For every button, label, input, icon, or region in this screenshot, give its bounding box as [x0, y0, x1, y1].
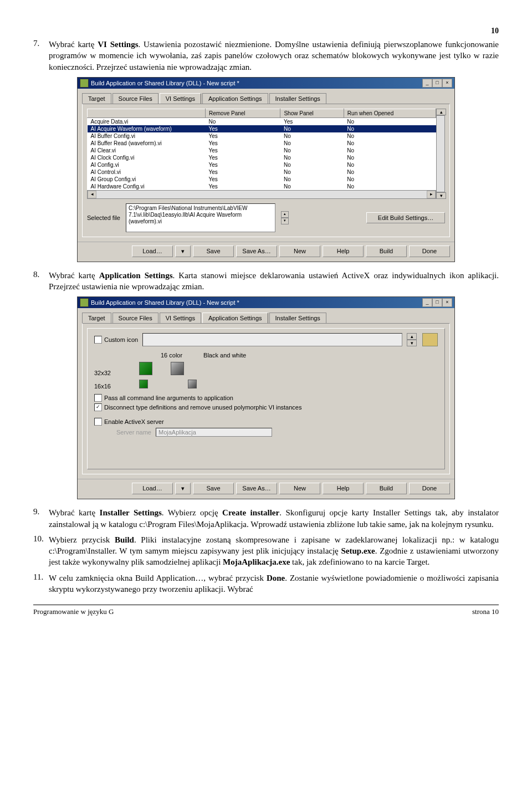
new-button[interactable]: New: [279, 245, 320, 257]
t: . Wybierz opcję: [162, 508, 222, 517]
cmdline-checkbox[interactable]: Pass all command line arguments to appli…: [94, 394, 438, 402]
table-cell: Acquire Data.vi: [88, 117, 206, 125]
table-cell: Yes: [206, 154, 280, 161]
build-button[interactable]: Build: [366, 245, 407, 257]
custom-icon-checkbox[interactable]: Custom icon: [94, 336, 138, 344]
tab-installer-settings[interactable]: Installer Settings: [269, 313, 326, 323]
table-row[interactable]: AI Config.viYesNoNo: [88, 161, 436, 168]
tab-target[interactable]: Target: [82, 313, 111, 323]
load-dropdown-button[interactable]: ▾: [175, 483, 191, 494]
build-button[interactable]: Build: [366, 483, 407, 494]
title-bar: Build Application or Shared Library (DLL…: [78, 297, 454, 308]
col-bw: Black and white: [203, 352, 246, 359]
table-cell: No: [280, 125, 344, 132]
tab-target[interactable]: Target: [82, 93, 111, 104]
tab-source-files[interactable]: Source Files: [112, 313, 158, 323]
vi-settings-table: Remove Panel Show Panel Run when Opened …: [87, 109, 436, 190]
maximize-button[interactable]: □: [432, 298, 442, 307]
t: VI Settings: [98, 40, 138, 49]
scroll-right-icon[interactable]: ▸: [427, 191, 436, 198]
table-cell: No: [280, 147, 344, 154]
minimize-button[interactable]: _: [422, 298, 432, 307]
item-number: 10.: [33, 534, 49, 568]
list-item-11: 11. W celu zamknięcia okna Build Applica…: [33, 572, 499, 595]
server-name-label: Server name: [116, 429, 151, 436]
t: Done: [267, 574, 285, 582]
table-row[interactable]: AI Buffer Read (waveform).viYesNoNo: [88, 140, 436, 147]
button-row: Load… ▾ Save Save As… New Help Build Don…: [78, 242, 454, 262]
table-cell: No: [206, 117, 280, 125]
new-button[interactable]: New: [279, 483, 320, 494]
save-button[interactable]: Save: [193, 245, 234, 257]
tab-vi-settings[interactable]: VI Settings: [160, 313, 201, 323]
table-cell: Yes: [280, 117, 344, 125]
table-row[interactable]: AI Clear.viYesNoNo: [88, 147, 436, 154]
browse-folder-icon[interactable]: [422, 333, 438, 346]
col-show-panel[interactable]: Show Panel: [280, 109, 344, 117]
close-button[interactable]: ×: [442, 79, 452, 88]
minimize-button[interactable]: _: [422, 79, 432, 88]
save-as-button[interactable]: Save As…: [236, 483, 277, 494]
tab-source-files[interactable]: Source Files: [112, 93, 158, 104]
scroll-up-icon[interactable]: ▴: [436, 109, 446, 115]
col-name[interactable]: [88, 109, 206, 117]
tab-vi-settings[interactable]: VI Settings: [160, 93, 201, 104]
icon-16-bw[interactable]: [188, 380, 197, 388]
app-icon: [80, 298, 89, 307]
table-cell: No: [344, 154, 436, 161]
activex-checkbox[interactable]: Enable ActiveX server: [94, 418, 438, 426]
table-cell: AI Clock Config.vi: [88, 154, 206, 161]
table-cell: No: [280, 132, 344, 140]
table-row[interactable]: AI Buffer Config.viYesNoNo: [88, 132, 436, 140]
size-32-label: 32x32: [94, 370, 137, 376]
help-button[interactable]: Help: [323, 483, 364, 494]
table-row[interactable]: AI Group Config.viYesNoNo: [88, 176, 436, 183]
item-body: Wybrać kartę Application Settings. Karta…: [49, 270, 499, 293]
icon-16-color[interactable]: [139, 380, 148, 388]
t: Wybrać kartę: [49, 40, 98, 49]
item-body: W celu zamknięcia okna Build Application…: [49, 572, 499, 595]
col-run-when-opened[interactable]: Run when Opened: [344, 109, 436, 117]
disconnect-label: Disconnect type definitions and remove u…: [104, 404, 301, 411]
table-cell: Yes: [206, 147, 280, 154]
done-button[interactable]: Done: [409, 245, 450, 257]
tab-application-settings[interactable]: Application Settings: [202, 313, 268, 323]
table-row[interactable]: Acquire Data.viNoYesNo: [88, 117, 436, 125]
maximize-button[interactable]: □: [432, 79, 442, 88]
icon-32-color[interactable]: [139, 362, 152, 375]
col-remove-panel[interactable]: Remove Panel: [206, 109, 280, 117]
tab-installer-settings[interactable]: Installer Settings: [269, 93, 326, 104]
table-cell: No: [280, 168, 344, 176]
table-cell: Yes: [206, 125, 280, 132]
edit-build-settings-button[interactable]: Edit Build Settings…: [366, 212, 445, 223]
save-button[interactable]: Save: [193, 483, 234, 494]
done-button[interactable]: Done: [409, 483, 450, 494]
load-button[interactable]: Load…: [132, 245, 173, 257]
icon-32-bw[interactable]: [171, 362, 184, 375]
t: Application Settings: [99, 271, 173, 280]
table-row[interactable]: AI Control.viYesNoNo: [88, 168, 436, 176]
footer-right: strona 10: [472, 607, 499, 616]
button-row: Load… ▾ Save Save As… New Help Build Don…: [78, 479, 454, 499]
table-cell: AI Group Config.vi: [88, 176, 206, 183]
save-as-button[interactable]: Save As…: [236, 245, 277, 257]
help-button[interactable]: Help: [323, 245, 364, 257]
table-row[interactable]: AI Hardware Config.viYesNoNo: [88, 183, 436, 190]
t: Wybierz przycisk: [49, 535, 115, 544]
scroll-left-icon[interactable]: ◂: [88, 191, 96, 198]
table-row[interactable]: AI Clock Config.viYesNoNo: [88, 154, 436, 161]
load-dropdown-button[interactable]: ▾: [175, 245, 191, 257]
scroll-down-icon[interactable]: ▾: [407, 340, 417, 346]
item-body: Wybierz przycisk Build. Pliki instalacyj…: [49, 534, 499, 568]
path-stepper[interactable]: ▴▾: [281, 211, 289, 224]
item-number: 9.: [33, 507, 49, 530]
horizontal-scrollbar[interactable]: ◂ ▸: [87, 190, 436, 199]
close-button[interactable]: ×: [442, 298, 452, 307]
load-button[interactable]: Load…: [132, 483, 173, 494]
scroll-down-icon[interactable]: ▾: [436, 192, 446, 199]
disconnect-checkbox[interactable]: ✓Disconnect type definitions and remove …: [94, 403, 438, 411]
table-row[interactable]: AI Acquire Waveform (waveform)YesNoNo: [88, 125, 436, 132]
tab-application-settings[interactable]: Application Settings: [202, 93, 268, 104]
table-cell: Yes: [206, 132, 280, 140]
scroll-up-icon[interactable]: ▴: [407, 333, 417, 340]
